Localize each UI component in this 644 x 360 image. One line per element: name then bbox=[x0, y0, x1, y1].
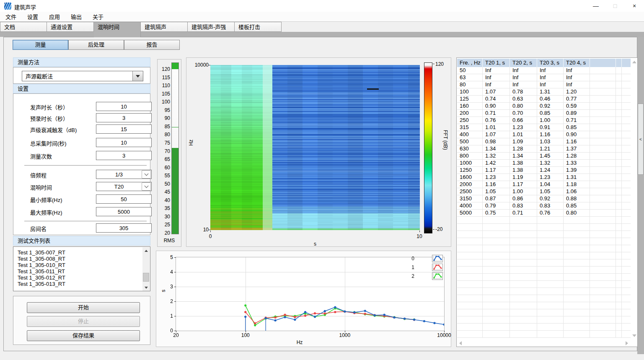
field-input-room-name[interactable] bbox=[96, 223, 152, 233]
field-input-total-time[interactable] bbox=[96, 138, 152, 147]
table-row[interactable] bbox=[457, 309, 631, 316]
tab-3[interactable]: 建筑隔声 bbox=[141, 22, 188, 32]
table-scroll-down-icon[interactable] bbox=[631, 332, 638, 339]
chevron-down-icon[interactable] bbox=[142, 170, 151, 179]
table-row[interactable]: 16001.231.191.231.31 bbox=[457, 174, 631, 181]
table-row[interactable]: 12501.171.381.241.39 bbox=[457, 167, 631, 174]
field-input-max-freq[interactable] bbox=[96, 207, 152, 216]
file-list-item[interactable]: Test 1_305-012_RT bbox=[13, 275, 150, 281]
field-input-decay-trigger[interactable] bbox=[96, 124, 152, 134]
field-input-measure-count[interactable] bbox=[96, 151, 152, 160]
table-row[interactable]: 6301.341.281.211.37 bbox=[457, 145, 631, 153]
legend-series-icon-0[interactable] bbox=[432, 255, 443, 264]
table-row[interactable] bbox=[457, 331, 631, 338]
table-row[interactable]: 1001.070.781.311.20 bbox=[457, 88, 631, 96]
file-list-scrollbar[interactable] bbox=[142, 247, 150, 291]
table-row[interactable]: 2000.710.700.850.89 bbox=[457, 110, 631, 117]
table-scroll-up-icon[interactable] bbox=[631, 59, 638, 65]
table-row[interactable] bbox=[457, 231, 631, 238]
field-input-prerecord-duration[interactable] bbox=[96, 113, 152, 122]
tab-4[interactable]: 建筑隔声-声强 bbox=[188, 22, 235, 32]
subtab-postprocess[interactable]: 后处理 bbox=[68, 40, 124, 50]
table-row[interactable] bbox=[457, 259, 631, 267]
menu-item-3[interactable]: 输出 bbox=[65, 12, 87, 21]
table-header-filler[interactable] bbox=[616, 59, 622, 67]
table-row[interactable]: 1250.740.630.460.77 bbox=[457, 96, 631, 103]
table-row[interactable] bbox=[457, 316, 631, 324]
legend-series-icon-2[interactable] bbox=[432, 272, 443, 281]
scroll-down-icon[interactable] bbox=[142, 284, 150, 291]
scroll-up-icon[interactable] bbox=[142, 247, 150, 254]
file-list-item[interactable]: Test 1_305-010_RT bbox=[13, 262, 150, 268]
table-row[interactable] bbox=[457, 288, 631, 295]
start-button[interactable]: 开始 bbox=[27, 302, 140, 313]
chevron-down-icon[interactable] bbox=[132, 71, 143, 81]
file-list-item[interactable]: Test 1_305-007_RT bbox=[13, 249, 150, 256]
subtab-report[interactable]: 报告 bbox=[124, 40, 180, 50]
table-row[interactable]: 40000.790.830.830.85 bbox=[457, 202, 631, 210]
table-header-cell[interactable]: T20 1, s bbox=[483, 59, 510, 67]
table-row[interactable]: 10001.421.381.321.33 bbox=[457, 160, 631, 167]
file-list-item[interactable]: Test 1_305-013_RT bbox=[13, 281, 150, 287]
menu-item-2[interactable]: 应用 bbox=[44, 12, 65, 21]
stop-button[interactable]: 停止 bbox=[27, 316, 140, 327]
table-row[interactable]: 20001.161.171.041.18 bbox=[457, 181, 631, 188]
rt-plot[interactable] bbox=[176, 257, 444, 331]
file-list-item[interactable]: Test 1_305-008_RT bbox=[13, 256, 150, 262]
table-row[interactable] bbox=[457, 252, 631, 259]
table-row[interactable] bbox=[457, 267, 631, 274]
minimize-button[interactable]: — bbox=[586, 0, 605, 12]
menu-item-4[interactable]: 关于 bbox=[87, 12, 109, 21]
table-row[interactable]: 4001.071.011.160.90 bbox=[457, 131, 631, 138]
table-row[interactable] bbox=[457, 217, 631, 224]
table-row[interactable] bbox=[457, 238, 631, 245]
menu-item-1[interactable]: 设置 bbox=[22, 12, 44, 21]
table-row[interactable]: 5000.981.091.031.16 bbox=[457, 138, 631, 145]
scrollbar-thumb[interactable] bbox=[143, 273, 149, 282]
maximize-button[interactable]: □ bbox=[605, 0, 625, 12]
table-header-cell[interactable]: T20 4, s bbox=[564, 59, 590, 67]
chevron-down-icon[interactable] bbox=[142, 182, 151, 191]
table-row[interactable]: 50000.750.710.760.80 bbox=[457, 210, 631, 217]
table-row[interactable] bbox=[457, 274, 631, 281]
octave-select[interactable]: 1/3 bbox=[96, 170, 152, 179]
menu-item-0[interactable]: 文件 bbox=[0, 12, 22, 21]
table-row[interactable]: 50InfInfInfInf bbox=[457, 67, 631, 74]
field-input-min-freq[interactable] bbox=[96, 194, 152, 204]
table-row[interactable] bbox=[457, 281, 631, 288]
tab-1[interactable]: 通道设置 bbox=[47, 22, 94, 32]
tab-5[interactable]: 楼板打击 bbox=[235, 22, 282, 32]
table-row[interactable]: 1600.900.800.920.59 bbox=[457, 103, 631, 110]
spectrogram-plot[interactable] bbox=[210, 65, 420, 230]
table-row[interactable] bbox=[457, 224, 631, 231]
panel-expander-button[interactable]: < bbox=[638, 104, 644, 175]
save-results-button[interactable]: 保存结果 bbox=[27, 330, 140, 341]
table-header-filler[interactable] bbox=[590, 59, 616, 67]
table-row[interactable]: 80InfInfInfInf bbox=[457, 81, 631, 88]
subtab-measure[interactable]: 测量 bbox=[13, 40, 68, 50]
method-select[interactable]: 声源截断法 bbox=[22, 71, 143, 81]
table-row[interactable]: 8001.321.341.451.28 bbox=[457, 153, 631, 160]
table-header-cell[interactable]: Fre. , Hz bbox=[457, 59, 483, 67]
table-row[interactable] bbox=[457, 302, 631, 309]
legend-series-icon-1[interactable] bbox=[432, 264, 443, 272]
tab-2[interactable]: 混响时间 bbox=[94, 22, 141, 37]
test-file-list[interactable]: Test 1_305-007_RTTest 1_305-008_RTTest 1… bbox=[13, 246, 150, 291]
table-header-cell[interactable]: T20 2, s bbox=[510, 59, 537, 67]
table-row[interactable] bbox=[457, 295, 631, 302]
rt-type-select[interactable]: T20 bbox=[96, 182, 152, 191]
tab-0[interactable]: 文档 bbox=[0, 22, 47, 32]
table-header-cell[interactable]: T20 3, s bbox=[537, 59, 564, 67]
table-row[interactable]: 25001.051.001.051.06 bbox=[457, 188, 631, 195]
table-row[interactable]: 3151.011.230.910.85 bbox=[457, 124, 631, 131]
table-row[interactable]: 2500.760.661.000.71 bbox=[457, 117, 631, 124]
file-list-item[interactable]: Test 1_305-011_RT bbox=[13, 268, 150, 275]
table-row[interactable]: 31500.870.860.920.88 bbox=[457, 195, 631, 202]
close-button[interactable]: × bbox=[625, 0, 644, 12]
field-input-excitation-duration[interactable] bbox=[96, 102, 152, 111]
table-row[interactable] bbox=[457, 245, 631, 252]
table-scroll-left-icon[interactable] bbox=[457, 340, 464, 347]
table-row[interactable]: 63InfInfInfInf bbox=[457, 74, 631, 81]
table-scroll-right-icon[interactable] bbox=[623, 340, 630, 347]
table-row[interactable] bbox=[457, 324, 631, 331]
